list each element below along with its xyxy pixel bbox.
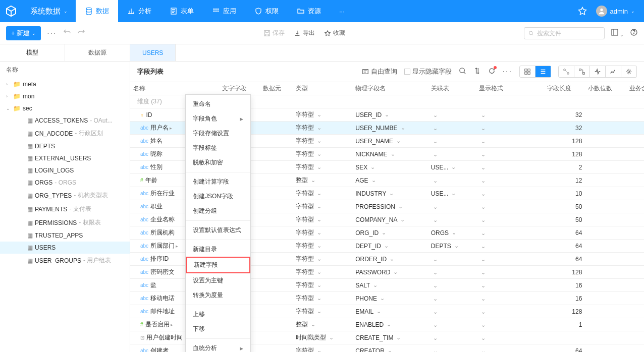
toolbar: + 新建⌄ ··· 保存 导出 收藏 ⌄ bbox=[0, 22, 644, 44]
ctx-设置默认值表达式[interactable]: 设置默认值表达式 bbox=[186, 223, 250, 238]
col-header[interactable]: 类型 bbox=[293, 82, 352, 95]
user-menu[interactable]: admin⌄ bbox=[596, 6, 635, 17]
nav-tab-permission[interactable]: 权限 bbox=[245, 0, 288, 22]
ctx-字段角色[interactable]: 字段角色▶ bbox=[186, 111, 250, 126]
reorder-icon[interactable] bbox=[473, 67, 481, 76]
nav-tab-data[interactable]: 数据 bbox=[76, 0, 118, 22]
view-mode-group bbox=[519, 66, 551, 78]
col-header[interactable]: 关联表 bbox=[428, 82, 476, 95]
nav-tab-resource[interactable]: 资源 bbox=[288, 0, 330, 22]
search-input[interactable] bbox=[537, 30, 600, 37]
export-button[interactable]: 导出 bbox=[294, 29, 315, 37]
svg-rect-16 bbox=[525, 69, 527, 71]
system-name[interactable]: 系统数据⌄ bbox=[22, 7, 76, 16]
svg-point-15 bbox=[460, 68, 464, 73]
col-header[interactable]: 物理字段名 bbox=[352, 82, 428, 95]
view-er[interactable] bbox=[559, 66, 574, 77]
view-settings[interactable] bbox=[621, 66, 636, 77]
more-actions[interactable]: ··· bbox=[47, 29, 57, 38]
tree-item-DEPTS[interactable]: ▦ DEPTS bbox=[0, 140, 130, 152]
ctx-创建分组[interactable]: 创建分组 bbox=[186, 204, 250, 218]
svg-point-2 bbox=[213, 9, 215, 10]
ctx-创建JSON字段[interactable]: 创建JSON字段 bbox=[186, 189, 250, 204]
svg-rect-9 bbox=[264, 30, 270, 36]
tree-item-EXTERNAL_USERS[interactable]: ▦ EXTERNAL_USERS bbox=[0, 152, 130, 164]
star-icon[interactable] bbox=[578, 7, 587, 16]
tree-item-ORG_TYPES[interactable]: ▦ ORG_TYPES - 机构类型表 bbox=[0, 189, 130, 202]
tree-item-ACCESS_TOKENS[interactable]: ▦ ACCESS_TOKENS - OAut... bbox=[0, 114, 130, 127]
ctx-创建计算字段[interactable]: 创建计算字段 bbox=[186, 174, 250, 189]
view-list[interactable] bbox=[535, 66, 551, 77]
svg-rect-11 bbox=[612, 29, 618, 35]
search-box[interactable] bbox=[524, 27, 605, 39]
tree-item-PERMISSIONS[interactable]: ▦ PERMISSIONS - 权限表 bbox=[0, 216, 130, 229]
col-header[interactable]: 数据元 bbox=[260, 82, 293, 95]
undo-icon[interactable] bbox=[63, 28, 71, 38]
view-grid[interactable] bbox=[520, 66, 535, 77]
ctx-上移[interactable]: 上移 bbox=[186, 307, 250, 322]
save-button[interactable]: 保存 bbox=[263, 29, 285, 37]
top-nav: 系统数据⌄ 数据 分析 表单 应用 权限 资源 ··· admin⌄ bbox=[0, 0, 644, 22]
nav-tab-form[interactable]: 表单 bbox=[160, 0, 203, 22]
ctx-下移[interactable]: 下移 bbox=[186, 322, 250, 336]
svg-point-10 bbox=[529, 31, 532, 35]
redo-icon[interactable] bbox=[77, 28, 85, 38]
ctx-字段标签[interactable]: 字段标签 bbox=[186, 141, 250, 155]
view-pulse[interactable] bbox=[590, 66, 606, 77]
content-title: 字段列表 bbox=[137, 67, 164, 76]
tree-item-USERS[interactable]: ▦ USERS bbox=[0, 242, 130, 254]
svg-rect-19 bbox=[528, 72, 530, 74]
nav-tabs: 数据 分析 表单 应用 权限 资源 ··· bbox=[76, 0, 354, 22]
free-query-button[interactable]: 自由查询 bbox=[362, 67, 397, 76]
tree-folder-meta[interactable]: › 📁 meta bbox=[0, 78, 130, 90]
tree-item-LOGIN_LOGS[interactable]: ▦ LOGIN_LOGS bbox=[0, 164, 130, 177]
refresh-icon[interactable] bbox=[488, 67, 496, 76]
logo bbox=[0, 0, 22, 22]
svg-point-3 bbox=[216, 9, 217, 10]
svg-point-6 bbox=[216, 11, 217, 12]
ctx-重命名[interactable]: 重命名 bbox=[186, 97, 250, 111]
svg-rect-22 bbox=[579, 69, 581, 71]
tree-item-TRUSTED_APPS[interactable]: ▦ TRUSTED_APPS bbox=[0, 229, 130, 242]
help-icon[interactable] bbox=[630, 28, 638, 38]
ctx-脱敏和加密[interactable]: 脱敏和加密 bbox=[186, 155, 250, 170]
svg-point-21 bbox=[567, 73, 569, 75]
view-flow[interactable] bbox=[574, 66, 590, 77]
svg-point-7 bbox=[218, 11, 219, 12]
layout-icon[interactable]: ⌄ bbox=[611, 28, 624, 38]
main-tab-users[interactable]: USERS bbox=[130, 44, 176, 61]
favorite-button[interactable]: 收藏 bbox=[324, 29, 345, 37]
nav-tab-analysis[interactable]: 分析 bbox=[118, 0, 160, 22]
ctx-新建目录[interactable]: 新建目录 bbox=[186, 242, 250, 257]
new-button[interactable]: + 新建⌄ bbox=[6, 26, 41, 40]
ctx-血统分析[interactable]: 血统分析▶ bbox=[186, 341, 250, 352]
col-header[interactable]: 字段长度 bbox=[544, 82, 585, 95]
tree-item-PAYMENTS[interactable]: ▦ PAYMENTS - 支付表 bbox=[0, 202, 130, 216]
sidebar-tab-model[interactable]: 模型 bbox=[0, 44, 65, 61]
tree-item-CN_ADCODE[interactable]: ▦ CN_ADCODE - 行政区划 bbox=[0, 127, 130, 140]
ctx-新建字段[interactable]: 新建字段 bbox=[186, 257, 250, 273]
col-header[interactable]: 显示格式 bbox=[476, 82, 544, 95]
ctx-字段存储设置[interactable]: 字段存储设置 bbox=[186, 126, 250, 141]
col-header[interactable]: 小数位数 bbox=[585, 82, 626, 95]
ctx-设置为主键[interactable]: 设置为主键 bbox=[186, 273, 250, 288]
svg-point-24 bbox=[628, 71, 630, 73]
svg-point-13 bbox=[634, 34, 634, 34]
show-hidden-checkbox[interactable]: 显示隐藏字段 bbox=[404, 67, 452, 76]
sidebar-tab-datasource[interactable]: 数据源 bbox=[65, 44, 130, 61]
col-header[interactable]: 业务含 bbox=[626, 82, 644, 95]
content-more[interactable]: ··· bbox=[503, 67, 512, 76]
tree-item-USER_GROUPS[interactable]: ▦ USER_GROUPS - 用户组表 bbox=[0, 254, 130, 267]
search-icon[interactable] bbox=[459, 67, 466, 76]
nav-tab-app[interactable]: 应用 bbox=[203, 0, 245, 22]
tree-item-ORGS[interactable]: ▦ ORGS - ORGS bbox=[0, 177, 130, 189]
view-line[interactable] bbox=[606, 66, 621, 77]
avatar-icon bbox=[596, 6, 607, 17]
tree-folder-sec[interactable]: ⌄ 📁 sec bbox=[0, 102, 130, 114]
ctx-转换为度量[interactable]: 转换为度量 bbox=[186, 288, 250, 303]
svg-point-4 bbox=[218, 9, 219, 10]
col-header[interactable]: 文字字段 bbox=[219, 82, 260, 95]
tree-folder-mon[interactable]: › 📁 mon bbox=[0, 90, 130, 102]
col-header[interactable]: 名称 bbox=[130, 82, 219, 95]
nav-tab-more[interactable]: ··· bbox=[330, 0, 354, 22]
